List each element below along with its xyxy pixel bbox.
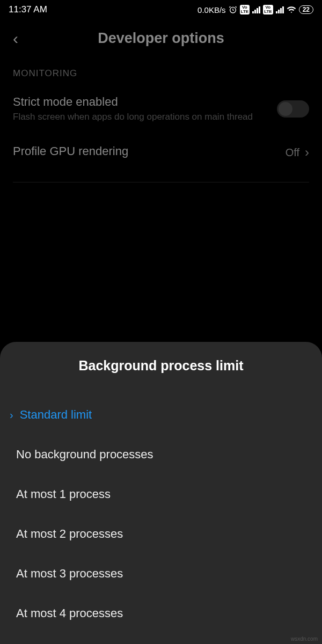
option-label: At most 3 processes: [16, 567, 123, 581]
volte-icon-1: VoLTE: [240, 5, 250, 14]
option-label: At most 1 process: [16, 487, 111, 501]
option-label: No background processes: [16, 448, 153, 462]
setting-desc: Flash screen when apps do long operation…: [13, 111, 266, 123]
setting-text: Strict mode enabled Flash screen when ap…: [13, 95, 277, 123]
setting-text: Profile GPU rendering: [13, 144, 286, 160]
section-header-monitoring: MONITORING: [0, 63, 322, 84]
modal-background-process-limit: Background process limit › Standard limi…: [0, 342, 322, 644]
option-label: At most 4 processes: [16, 606, 123, 620]
setting-title: Profile GPU rendering: [13, 144, 275, 158]
setting-gpu-rendering[interactable]: Profile GPU rendering Off ›: [0, 134, 322, 171]
alarm-icon: [229, 5, 237, 14]
back-button[interactable]: ‹: [13, 30, 18, 48]
divider: [13, 182, 309, 182]
option-label: At most 2 processes: [16, 527, 123, 541]
signal-icon-2: [276, 6, 284, 13]
option-at-most-1[interactable]: At most 1 process: [0, 474, 322, 514]
option-standard-limit[interactable]: › Standard limit: [0, 395, 322, 435]
option-label: Standard limit: [20, 408, 92, 422]
watermark: wsxdn.com: [291, 636, 318, 642]
option-at-most-2[interactable]: At most 2 processes: [0, 514, 322, 554]
battery-icon: 22: [299, 5, 313, 14]
setting-value: Off ›: [286, 145, 309, 160]
modal-title: Background process limit: [0, 358, 322, 374]
chevron-right-icon: ›: [305, 145, 309, 160]
wifi-icon: [287, 5, 296, 14]
signal-icon-1: [252, 6, 260, 13]
header: ‹ Developer options: [0, 19, 322, 63]
toggle-strict-mode[interactable]: [277, 100, 309, 118]
status-bar: 11:37 AM 0.0KB/s VoLTE VoLTE 22: [0, 0, 322, 19]
toggle-knob: [279, 102, 292, 116]
option-no-background[interactable]: No background processes: [0, 435, 322, 474]
status-icons: 0.0KB/s VoLTE VoLTE 22: [197, 5, 313, 14]
option-at-most-3[interactable]: At most 3 processes: [0, 554, 322, 594]
status-time: 11:37 AM: [9, 4, 47, 15]
value-text: Off: [286, 147, 299, 159]
data-rate: 0.0KB/s: [197, 5, 226, 14]
page-title: Developer options: [11, 30, 311, 47]
chevron-right-icon: ›: [10, 409, 13, 421]
option-at-most-4[interactable]: At most 4 processes: [0, 594, 322, 633]
volte-icon-2: VoLTE: [263, 5, 273, 14]
setting-strict-mode[interactable]: Strict mode enabled Flash screen when ap…: [0, 84, 322, 134]
setting-title: Strict mode enabled: [13, 95, 266, 109]
